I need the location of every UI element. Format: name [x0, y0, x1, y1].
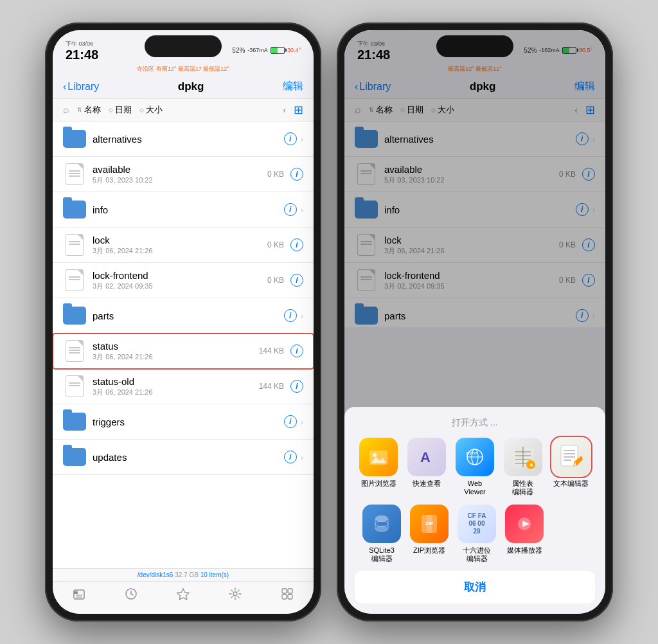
file-name-lockfrontend-left: lock-frontend	[93, 270, 267, 281]
sort-name-col-left[interactable]: ⇅ 名称	[77, 104, 101, 116]
file-item-updates-left[interactable]: updates i ›	[53, 440, 314, 475]
file-item-status-left[interactable]: status 3月 06, 2024 21:26 144 KB i	[53, 334, 314, 369]
sort-size-col-left[interactable]: ◇ 大小	[139, 104, 163, 116]
file-name-parts-left: parts	[93, 310, 284, 321]
chevron-info-left: ›	[301, 205, 303, 215]
file-info-alternatives-left: alternatives	[93, 134, 284, 145]
file-meta-lock-left: 3月 06, 2024 21:26	[93, 246, 267, 256]
status-date-left: 下午 03/06	[66, 40, 117, 48]
file-meta-status-left: 3月 06, 2024 21:26	[93, 352, 259, 362]
info-btn-info-left[interactable]: i	[284, 203, 297, 216]
info-btn-alternatives-left[interactable]: i	[284, 132, 297, 145]
files-tab-icon-left	[72, 587, 86, 601]
file-item-info-left[interactable]: info i ›	[53, 192, 314, 228]
settings-tab-icon-left	[228, 587, 242, 601]
file-actions-info-left: i ›	[284, 203, 303, 216]
tab-files-left[interactable]	[72, 587, 86, 601]
temp-left: 30.4°	[287, 47, 301, 53]
tab-more-left[interactable]	[280, 587, 294, 601]
toolbar-grid-left[interactable]: ⊞	[294, 103, 303, 117]
battery-box-left	[271, 47, 285, 54]
tab-recents-left[interactable]	[124, 587, 138, 601]
svg-text:ZIP: ZIP	[425, 521, 434, 526]
svg-text:www: www	[465, 450, 477, 456]
svg-rect-1	[74, 591, 78, 594]
footer-storage-left: 32.7 GB	[175, 571, 200, 578]
info-btn-updates-left[interactable]: i	[284, 451, 297, 463]
sort-name-label-left: 名称	[84, 104, 101, 116]
status-info-left: 下午 03/06 21:48	[66, 40, 117, 61]
photo-browser-icon	[359, 438, 398, 476]
app-label-prop-editor: 属性表 编辑器	[512, 479, 533, 496]
chevron-alternatives-left: ›	[301, 134, 303, 144]
footer-items-left: 10 item(s)	[200, 571, 229, 578]
app-item-photo-browser[interactable]: 图片浏览器	[359, 438, 398, 496]
file-size-status-left: 144 KB	[259, 346, 284, 355]
file-size-lockfrontend-left: 0 KB	[267, 276, 284, 285]
toolbar-left: ⌕ ⇅ 名称 ◇ 日期 ◇ 大小 ‹ ⊞	[53, 99, 314, 121]
tab-bookmarks-left[interactable]	[176, 587, 190, 601]
file-item-available-left[interactable]: available 5月 03, 2023 10:22 0 KB i	[53, 157, 314, 192]
svg-rect-10	[288, 589, 292, 593]
file-info-available-left: available 5月 03, 2023 10:22	[93, 164, 267, 185]
toolbar-chevron-left[interactable]: ‹	[283, 105, 286, 115]
nav-bar-left: ‹ Library dpkg 编辑	[53, 76, 314, 99]
info-btn-status-left[interactable]: i	[290, 344, 303, 357]
app-icon-quick-look: A	[407, 438, 446, 476]
folder-icon-info-left	[63, 198, 86, 221]
doc-icon-status-left	[63, 339, 86, 362]
app-item-hex[interactable]: CF FA06 0029 十六进位 编辑器	[456, 505, 497, 563]
sqlite-icon	[362, 505, 401, 543]
file-item-lockfrontend-left[interactable]: lock-frontend 3月 02, 2024 09:35 0 KB i	[53, 263, 314, 298]
svg-point-14	[373, 453, 377, 457]
chevron-triggers-left: ›	[301, 417, 303, 427]
app-item-quick-look[interactable]: A 快速查看	[407, 438, 446, 496]
app-item-prop-editor[interactable]: ✦ 属性表 编辑器	[504, 438, 542, 496]
battery-pct-left: 52%	[232, 47, 245, 54]
app-item-sqlite[interactable]: SQLite3 编辑器	[361, 505, 402, 563]
file-name-statusold-left: status-old	[93, 376, 259, 387]
app-label-hex: 十六进位 编辑器	[463, 546, 491, 563]
file-actions-lock-left: 0 KB i	[267, 238, 303, 251]
top-banner-left: 寺沿区 有雨12° 最高温17 最低温12°	[53, 65, 314, 76]
bookmarks-tab-icon-left	[176, 587, 190, 601]
info-btn-statusold-left[interactable]: i	[290, 380, 303, 393]
phone-right: 下午 03/06 21:48 52% -162mA 30.5° 最高温12° 最…	[337, 22, 613, 622]
app-icon-zip: ZIP	[410, 505, 449, 543]
file-info-lock-left: lock 3月 06, 2024 21:26	[93, 235, 267, 256]
info-btn-lockfrontend-left[interactable]: i	[290, 274, 303, 287]
file-item-parts-left[interactable]: parts i ›	[53, 298, 314, 334]
app-item-zip[interactable]: ZIP ZIP浏览器	[409, 505, 450, 563]
info-btn-triggers-left[interactable]: i	[284, 415, 297, 428]
svg-text:✦: ✦	[529, 462, 534, 469]
more-tab-icon-left	[280, 587, 294, 601]
file-name-lock-left: lock	[93, 235, 267, 246]
file-info-parts-left: parts	[93, 310, 284, 321]
file-item-alternatives-left[interactable]: alternatives i ›	[53, 121, 314, 157]
svg-rect-12	[288, 595, 292, 599]
file-name-updates-left: updates	[93, 452, 284, 463]
app-item-media[interactable]: 媒体播放器	[504, 505, 545, 563]
file-item-triggers-left[interactable]: triggers i ›	[53, 404, 314, 440]
file-item-lock-left[interactable]: lock 3月 06, 2024 21:26 0 KB i	[53, 228, 314, 263]
file-item-statusold-left[interactable]: status-old 3月 06, 2024 21:26 144 KB i	[53, 369, 314, 404]
sort-date-col-left[interactable]: ◇ 日期	[109, 104, 132, 116]
file-actions-available-left: 0 KB i	[267, 168, 303, 181]
file-actions-alternatives-left: i ›	[284, 132, 303, 145]
svg-point-41	[375, 521, 388, 526]
cancel-button[interactable]: 取消	[355, 571, 595, 604]
nav-back-left[interactable]: ‹ Library	[63, 81, 99, 93]
doc-icon-statusold-left	[63, 375, 86, 398]
file-actions-lockfrontend-left: 0 KB i	[267, 274, 303, 287]
info-btn-available-left[interactable]: i	[290, 168, 303, 181]
svg-rect-9	[282, 589, 287, 593]
tab-settings-left[interactable]	[228, 587, 242, 601]
app-item-web-viewer[interactable]: www Web Viewer	[456, 438, 494, 496]
app-item-text-editor[interactable]: 文本编辑器	[552, 438, 591, 496]
nav-edit-left[interactable]: 编辑	[283, 80, 303, 93]
chevron-parts-left: ›	[301, 311, 303, 321]
search-icon-left[interactable]: ⌕	[63, 104, 69, 116]
info-btn-parts-left[interactable]: i	[284, 309, 297, 322]
info-btn-lock-left[interactable]: i	[290, 238, 303, 251]
file-list-left: alternatives i › available 5月 03, 2023 1…	[53, 121, 314, 568]
